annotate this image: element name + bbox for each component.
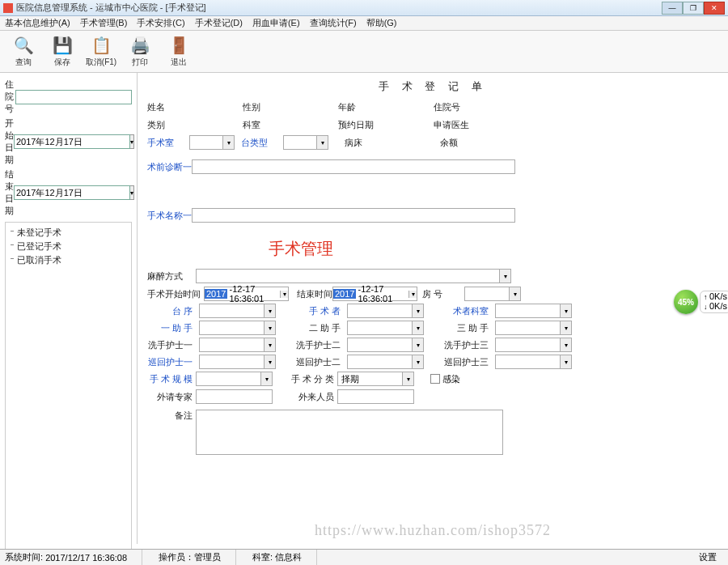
c2-select[interactable]: ▾ [347, 355, 424, 369]
endtime-picker[interactable]: 2017-12-17 16:36:01▾ [332, 287, 417, 301]
expert-input[interactable] [196, 389, 273, 404]
lbl-doc: 申请医生 [434, 119, 476, 131]
menu-surgery-arrange[interactable]: 手术安排(C) [137, 17, 184, 29]
lbl-preop: 术前诊断一 [147, 161, 192, 173]
print-button[interactable]: 🖨️打印 [121, 32, 159, 71]
close-button[interactable]: ✕ [704, 2, 725, 15]
scale-select[interactable]: ▾ [196, 372, 273, 386]
menubar: 基本信息维护(A) 手术管理(B) 手术安排(C) 手术登记(D) 用血申请(E… [0, 16, 728, 31]
lbl-class: 手 术 分 类 [289, 373, 337, 385]
roomno-select[interactable]: ▾ [464, 287, 521, 301]
menu-basic[interactable]: 基本信息维护(A) [5, 17, 70, 29]
cancel-button[interactable]: 📋取消(F1) [83, 32, 120, 71]
infect-checkbox[interactable] [430, 374, 440, 384]
lbl-c1: 巡回护士一 [147, 356, 196, 368]
save-icon: 💾 [53, 36, 72, 55]
status-time: 2017/12/17 16:36:08 [45, 553, 127, 563]
lbl-tai: 台 序 [147, 305, 196, 317]
lbl-age: 年龄 [338, 101, 380, 113]
tree-cancelled[interactable]: 已取消手术 [9, 253, 128, 267]
lbl-anest: 麻醉方式 [147, 270, 196, 282]
cancel-icon: 📋 [91, 36, 111, 55]
lbl-name: 姓名 [147, 101, 189, 113]
lbl-surgeon: 手 术 者 [295, 305, 344, 317]
end-date-label: 结束日期 [5, 168, 14, 217]
c1-select[interactable]: ▾ [199, 355, 276, 369]
lbl-starttime: 手术开始时间 [147, 288, 204, 300]
tai-select[interactable]: ▾ [199, 304, 276, 318]
status-time-label: 系统时间: [5, 551, 43, 563]
a2-select[interactable]: ▾ [347, 321, 424, 335]
starttime-picker[interactable]: 2017-12-17 16:36:01▾ [204, 287, 289, 301]
lbl-a2: 二 助 手 [295, 322, 344, 334]
surgeon-select[interactable]: ▾ [347, 304, 424, 318]
lbl-n1: 洗手护士一 [147, 339, 196, 351]
n2-select[interactable]: ▾ [347, 338, 424, 352]
surgdept-select[interactable]: ▾ [495, 304, 572, 318]
titlebar: 医院信息管理系统 - 运城市中心医院 - [手术登记] — ❐ ✕ [0, 0, 728, 16]
lbl-a3: 三 助 手 [443, 322, 492, 334]
preop-input[interactable] [192, 159, 515, 174]
maximize-button[interactable]: ❐ [683, 2, 704, 15]
lbl-n3: 洗手护士三 [443, 339, 492, 351]
search-icon: 🔍 [14, 36, 33, 55]
menu-surgery-register[interactable]: 手术登记(D) [195, 17, 243, 29]
a3-select[interactable]: ▾ [495, 321, 572, 335]
lbl-bed: 病床 [345, 137, 387, 149]
lbl-surgdept: 术者科室 [443, 305, 492, 317]
app-icon [3, 3, 13, 13]
watermark: https://www.huzhan.com/ishop3572 [315, 522, 551, 539]
form-title: 手 术 登 记 单 [147, 79, 718, 94]
lbl-extern: 外来人员 [289, 391, 337, 403]
speed-readout: ↑ 0K/s↓ 0K/s [700, 291, 728, 313]
lbl-infect: 感染 [442, 373, 460, 385]
anest-select[interactable]: ▾ [196, 269, 511, 283]
lbl-scale: 手 术 规 模 [147, 373, 196, 385]
c3-select[interactable]: ▾ [495, 355, 572, 369]
speed-badge: 45% ↑ 0K/s↓ 0K/s [674, 290, 728, 314]
lbl-remark: 备注 [147, 410, 196, 422]
remark-input[interactable] [196, 410, 503, 455]
save-button[interactable]: 💾保存 [44, 32, 81, 71]
exit-button[interactable]: 🚪退出 [160, 32, 197, 71]
window-title: 医院信息管理系统 - 运城市中心医院 - [手术登记] [16, 2, 662, 14]
lbl-balance: 余额 [440, 137, 482, 149]
lbl-sex: 性别 [243, 101, 285, 113]
hospno-label: 住院号 [5, 79, 15, 115]
status-dept-label: 科室: [252, 551, 273, 563]
percent-badge[interactable]: 45% [674, 290, 698, 314]
class-select[interactable]: 择期▾ [337, 372, 414, 386]
dropdown-icon[interactable]: ▾ [130, 185, 134, 200]
end-date-input[interactable] [14, 185, 130, 200]
staff-grid: 台 序▾手 术 者▾术者科室▾一 助 手▾二 助 手▾三 助 手▾洗手护士一▾洗… [147, 304, 718, 369]
print-icon: 🖨️ [130, 36, 150, 55]
minimize-button[interactable]: — [662, 2, 683, 15]
opname-input[interactable] [192, 208, 515, 223]
extern-input[interactable] [337, 389, 414, 404]
lbl-c2: 巡回护士二 [295, 356, 344, 368]
lbl-roomno: 房 号 [422, 288, 464, 300]
status-settings[interactable]: 设置 [699, 551, 723, 563]
tree-registered[interactable]: 已登记手术 [9, 240, 128, 253]
exit-icon: 🚪 [169, 36, 188, 55]
menu-surgery-mgmt[interactable]: 手术管理(B) [80, 17, 128, 29]
tree-unregistered[interactable]: 未登记手术 [9, 226, 128, 240]
toolbar: 🔍查询💾保存📋取消(F1)🖨️打印🚪退出 [0, 31, 728, 73]
section-title: 手术管理 [269, 238, 718, 260]
menu-blood[interactable]: 用血申请(E) [252, 17, 300, 29]
start-date-input[interactable] [14, 134, 130, 149]
status-op: 管理员 [194, 551, 221, 563]
search-button[interactable]: 🔍查询 [5, 32, 42, 71]
tabletype-select[interactable]: ▾ [283, 135, 328, 150]
a1-select[interactable]: ▾ [199, 321, 276, 335]
hospno-input[interactable] [15, 90, 132, 104]
dropdown-icon[interactable]: ▾ [130, 134, 134, 149]
lbl-c3: 巡回护士三 [443, 356, 492, 368]
n3-select[interactable]: ▾ [495, 338, 572, 352]
n1-select[interactable]: ▾ [199, 338, 276, 352]
menu-help[interactable]: 帮助(G) [366, 17, 397, 29]
menu-query[interactable]: 查询统计(F) [310, 17, 357, 29]
status-dept: 信息科 [275, 551, 302, 563]
room-select[interactable]: ▾ [189, 135, 235, 150]
statusbar: 系统时间: 2017/12/17 16:36:08 操作员：管理员 科室: 信息… [0, 549, 728, 565]
